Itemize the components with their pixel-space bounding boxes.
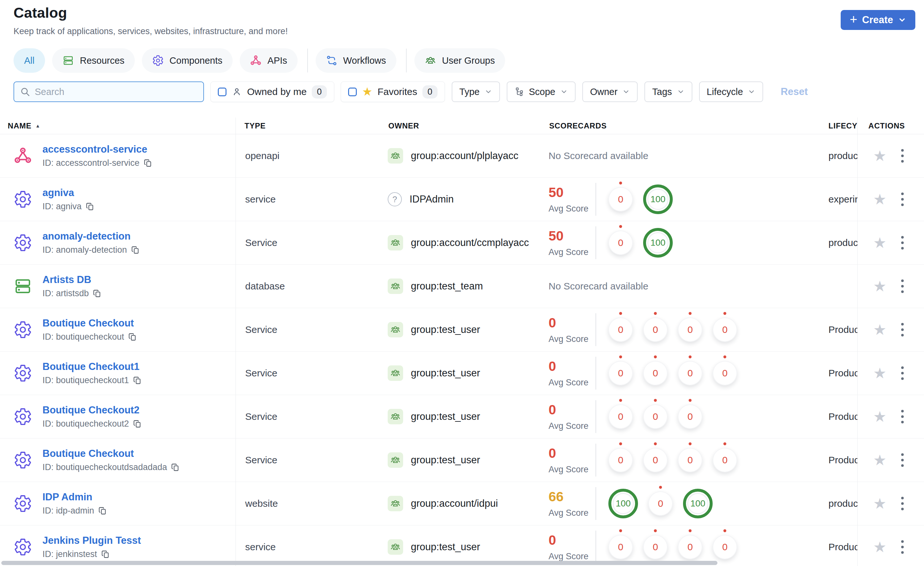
lifecycle-dropdown[interactable]: Lifecycle [699,81,764,102]
scorecard-circle[interactable]: 0 [643,361,668,385]
scorecard-circle[interactable]: 0 [648,491,673,516]
entity-name-link[interactable]: Jenkins Plugin Tesst [42,535,141,546]
scorecard-circle[interactable]: 0 [712,318,737,342]
kebab-menu-icon[interactable] [899,147,906,164]
scorecard-circle[interactable]: 0 [608,318,633,342]
favorites-filter[interactable]: ★ Favorites 0 [341,81,445,102]
favorites-checkbox[interactable] [348,87,357,96]
tab-workflows[interactable]: Workflows [316,48,396,73]
table-row[interactable]: Boutique Checkout ID: boutiquecheckout S… [0,308,924,352]
table-row[interactable]: IDP Admin ID: idp-admin website group:ac… [0,482,924,525]
kebab-menu-icon[interactable] [899,234,906,251]
kebab-menu-icon[interactable] [899,191,906,208]
scorecard-circle[interactable]: 0 [608,404,633,429]
copy-icon[interactable] [171,463,180,472]
tags-dropdown[interactable]: Tags [644,81,692,102]
scorecard-circle[interactable]: 100 [643,185,673,214]
column-header-scorecards[interactable]: SCORECARDS [540,117,820,134]
action-star-icon[interactable]: ★ [873,279,886,294]
action-star-icon[interactable]: ★ [873,496,886,511]
create-button[interactable]: + Create [841,10,915,30]
table-row[interactable]: Boutique Checkout1 ID: boutiquecheckout1… [0,352,924,395]
copy-icon[interactable] [93,289,101,298]
action-star-icon[interactable]: ★ [873,322,886,337]
scorecard-circle[interactable]: 0 [643,318,668,342]
entity-name-link[interactable]: anomaly-detection [42,230,140,242]
table-row[interactable]: anomaly-detection ID: anomaly-detection … [0,221,924,265]
entity-name-link[interactable]: IDP Admin [42,491,107,503]
scorecard-circle[interactable]: 0 [712,535,737,559]
tab-components[interactable]: Components [142,48,232,73]
tab-resources[interactable]: Resources [52,48,135,73]
scorecard-circle[interactable]: 0 [643,404,668,429]
table-row[interactable]: Artists DB ID: artistsdb database group:… [0,265,924,308]
entity-name-link[interactable]: accesscontrol-service [42,144,152,155]
column-header-lifecycle[interactable]: LIFECYC [820,117,857,134]
copy-icon[interactable] [101,550,110,558]
table-row[interactable]: agniva ID: agniva service ? IDPAdmin 50A… [0,178,924,221]
table-row[interactable]: Boutique Checkout2 ID: boutiquecheckout2… [0,395,924,438]
reset-button[interactable]: Reset [780,86,807,98]
entity-name-link[interactable]: Boutique Checkout [42,448,180,459]
copy-icon[interactable] [86,202,94,211]
action-star-icon[interactable]: ★ [873,540,886,554]
tab-all[interactable]: All [14,48,45,73]
kebab-menu-icon[interactable] [899,408,906,425]
table-row[interactable]: Jenkins Plugin Tesst ID: jenkinstest ser… [0,525,924,566]
copy-icon[interactable] [133,420,141,428]
column-header-type[interactable]: TYPE [236,117,380,134]
action-star-icon[interactable]: ★ [873,192,886,207]
kebab-menu-icon[interactable] [899,277,906,295]
scorecard-circle[interactable]: 0 [678,318,702,342]
kebab-menu-icon[interactable] [899,321,906,339]
scorecard-circle[interactable]: 0 [608,230,633,255]
table-row[interactable]: accesscontrol-service ID: accesscontrol-… [0,134,924,178]
scorecard-circle[interactable]: 0 [643,535,668,559]
sort-asc-icon[interactable]: ▲ [35,123,40,128]
copy-icon[interactable] [98,506,107,515]
copy-icon[interactable] [133,376,141,385]
column-header-name[interactable]: NAME [8,121,32,130]
scorecard-circle[interactable]: 100 [683,489,712,518]
column-header-owner[interactable]: OWNER [380,117,540,134]
scorecard-circle[interactable]: 0 [608,361,633,385]
action-star-icon[interactable]: ★ [873,235,886,250]
scorecard-circle[interactable]: 0 [608,448,633,472]
scorecard-circle[interactable]: 0 [678,404,702,429]
entity-name-link[interactable]: Boutique Checkout [42,318,137,329]
scorecard-circle[interactable]: 100 [643,228,673,257]
action-star-icon[interactable]: ★ [873,366,886,381]
owned-by-me-filter[interactable]: Owned by me 0 [210,81,334,102]
tab-apis[interactable]: APIs [240,48,297,73]
scorecard-circle[interactable]: 0 [678,361,702,385]
entity-name-link[interactable]: Artists DB [42,274,101,286]
action-star-icon[interactable]: ★ [873,453,886,468]
scorecard-circle[interactable]: 0 [712,361,737,385]
kebab-menu-icon[interactable] [899,495,906,512]
search-input[interactable] [35,87,198,97]
owned-by-me-checkbox[interactable] [218,87,226,96]
kebab-menu-icon[interactable] [899,538,906,556]
scorecard-circle[interactable]: 0 [608,535,633,559]
scorecard-circle[interactable]: 0 [608,187,633,212]
scorecard-circle[interactable]: 0 [643,448,668,472]
entity-name-link[interactable]: agniva [42,187,94,199]
action-star-icon[interactable]: ★ [873,409,886,424]
tab-user-groups[interactable]: User Groups [414,48,505,73]
copy-icon[interactable] [131,245,140,254]
kebab-menu-icon[interactable] [899,452,906,469]
owner-dropdown[interactable]: Owner [582,81,638,102]
scorecard-circle[interactable]: 0 [678,535,702,559]
entity-name-link[interactable]: Boutique Checkout2 [42,404,141,416]
scorecard-circle[interactable]: 0 [678,448,702,472]
copy-icon[interactable] [128,333,137,341]
scorecard-circle[interactable]: 0 [712,448,737,472]
scorecard-circle[interactable]: 100 [608,489,638,518]
horizontal-scrollbar[interactable] [1,561,717,565]
entity-name-link[interactable]: Boutique Checkout1 [42,361,141,372]
type-dropdown[interactable]: Type [452,81,500,102]
copy-icon[interactable] [144,159,152,167]
table-row[interactable]: Boutique Checkout ID: boutiquecheckoutds… [0,438,924,482]
scope-dropdown[interactable]: Scope [507,81,576,102]
action-star-icon[interactable]: ★ [873,148,886,163]
